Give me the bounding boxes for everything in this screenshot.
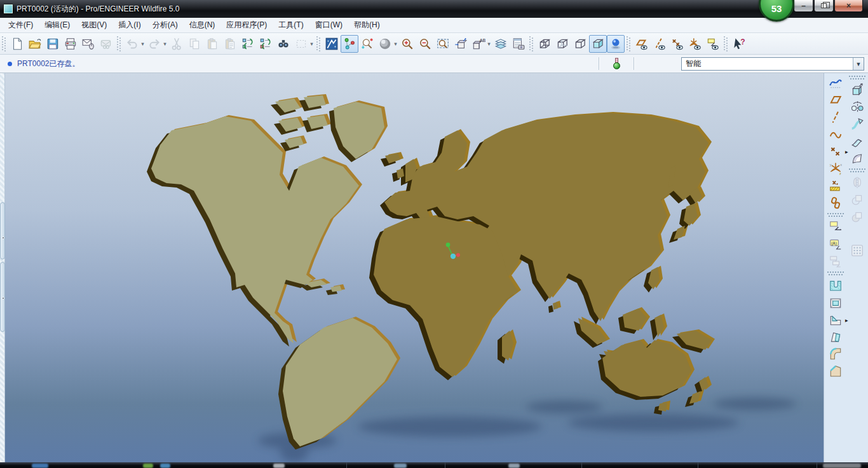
windows-taskbar[interactable]: [0, 462, 868, 468]
regen-status-icon[interactable]: [613, 58, 621, 69]
chevron-down-icon[interactable]: ▼: [853, 58, 864, 70]
datum-curve-tool-button[interactable]: [827, 126, 844, 142]
restore-button[interactable]: [814, 0, 834, 12]
trim-tool-button[interactable]: [849, 191, 866, 208]
zoom-in-button[interactable]: [398, 35, 416, 53]
send-email-button[interactable]: [79, 35, 97, 53]
menu-h[interactable]: 帮助(H): [348, 18, 386, 32]
zoom-out-button[interactable]: [416, 35, 434, 53]
csys-tool-button[interactable]: yzx: [827, 160, 844, 177]
mirror-tool-button[interactable]: [849, 174, 866, 191]
toolbar-grip[interactable]: [529, 36, 534, 52]
open-folder-button[interactable]: [26, 35, 44, 53]
redraw-button[interactable]: [323, 35, 341, 53]
menu-p[interactable]: 应用程序(P): [220, 18, 273, 32]
title-bar[interactable]: PRT0002 (活动的) - Pro/ENGINEER Wildfire 5.…: [0, 0, 868, 18]
menu-v[interactable]: 视图(V): [76, 18, 112, 32]
annotation-declutter-tool-button[interactable]: [827, 253, 844, 270]
print-button[interactable]: [62, 35, 79, 53]
navigator-sash[interactable]: [0, 73, 5, 462]
find-button[interactable]: [275, 35, 292, 53]
copy-geometry-tool-button[interactable]: [827, 195, 844, 211]
draft-tool-button[interactable]: [827, 329, 844, 345]
cut-button[interactable]: [168, 35, 186, 53]
csys-display-button[interactable]: [686, 35, 704, 53]
shell-tool-button[interactable]: [827, 294, 844, 311]
menu-f[interactable]: 文件(F): [3, 18, 39, 32]
saved-views-button[interactable]: AB: [470, 35, 487, 53]
sketched-datum-tool-button[interactable]: [827, 177, 844, 194]
layers-button[interactable]: [492, 35, 510, 53]
context-help-button[interactable]: ?: [730, 35, 748, 53]
save-button[interactable]: [44, 35, 62, 53]
undo-button[interactable]: [123, 35, 141, 53]
new-file-button[interactable]: [8, 35, 26, 53]
no-hidden-button[interactable]: [571, 35, 589, 53]
sash-handle[interactable]: [0, 262, 5, 332]
menu-n[interactable]: 信息(N): [184, 18, 221, 32]
menu-a[interactable]: 分析(A): [147, 18, 184, 32]
extrude-tool-button[interactable]: [849, 81, 866, 98]
datum-points-display-button[interactable]: [668, 35, 686, 53]
minimize-button[interactable]: –: [794, 0, 813, 12]
redo-icon: [147, 37, 161, 51]
view-manager-button[interactable]: [510, 35, 527, 53]
copy-button[interactable]: [186, 35, 203, 53]
sweep-tool-button[interactable]: [849, 116, 866, 132]
chamfer-tool-button[interactable]: [827, 363, 844, 380]
menu-t[interactable]: 工具(T): [273, 18, 309, 32]
menu-e[interactable]: 编辑(E): [39, 18, 76, 32]
redo-button[interactable]: [146, 35, 163, 53]
hidden-line-button[interactable]: [553, 35, 571, 53]
rib-tool-button[interactable]: ▶: [827, 312, 844, 328]
selection-filter-combobox[interactable]: 智能 ▼: [681, 57, 864, 71]
shade-sphere-button[interactable]: [376, 35, 394, 53]
toolbar-grip[interactable]: [724, 36, 728, 52]
world-map-model[interactable]: [5, 73, 824, 462]
annotation-tool-button[interactable]: [827, 219, 844, 235]
merge-tool-button[interactable]: [849, 209, 866, 225]
orient-mode-button[interactable]: [358, 35, 376, 53]
spin-center-button[interactable]: [341, 35, 358, 53]
revolve-tool-button[interactable]: [849, 99, 866, 115]
shaded-button[interactable]: [589, 35, 607, 53]
menu-w[interactable]: 窗口(W): [309, 18, 348, 32]
toolbar-grip[interactable]: [627, 36, 631, 52]
pattern-tool-button[interactable]: [849, 242, 866, 259]
sketch-tool-button[interactable]: [827, 74, 844, 91]
enhanced-realism-button[interactable]: [607, 35, 625, 53]
toolbar-grip[interactable]: [117, 36, 121, 52]
toolbar-grip[interactable]: [316, 36, 321, 52]
orient-mode-icon: [360, 37, 374, 51]
rib-tool-flyout-arrow[interactable]: ▶: [845, 318, 848, 322]
hole-tool-button[interactable]: [827, 277, 844, 294]
refit-button[interactable]: [434, 35, 452, 53]
menu-i[interactable]: 插入(I): [112, 18, 146, 32]
datum-point-tool-button[interactable]: ▶: [827, 143, 844, 160]
wireframe-button[interactable]: [536, 35, 553, 53]
annotation-text-tool-button[interactable]: (A): [827, 236, 844, 252]
copy-geometry-tool-icon: [829, 196, 843, 210]
toolbar-group: ?: [722, 33, 748, 54]
custom-regenerate-button[interactable]: [257, 35, 275, 53]
graphics-area[interactable]: [5, 73, 824, 462]
datum-plane-tool-button[interactable]: [827, 92, 844, 108]
paste-special-button[interactable]: [221, 35, 239, 53]
sash-handle[interactable]: [0, 202, 5, 259]
round-tool-button[interactable]: [827, 346, 844, 362]
annotations-display-button[interactable]: [704, 35, 722, 53]
boundary-blend-tool-button[interactable]: [849, 150, 866, 167]
mail-link-button[interactable]: [97, 35, 115, 53]
toolbar-group: [625, 33, 722, 54]
close-button[interactable]: ×: [834, 0, 863, 12]
datum-axes-display-button[interactable]: [651, 35, 668, 53]
regenerate-button[interactable]: [239, 35, 257, 53]
datum-planes-display-button[interactable]: [633, 35, 651, 53]
select-box-button[interactable]: [292, 35, 310, 53]
toolbar-grip[interactable]: [2, 36, 6, 52]
print-icon: [64, 37, 78, 51]
reorient-button[interactable]: [452, 35, 470, 53]
paste-button[interactable]: [203, 35, 221, 53]
swept-blend-tool-button[interactable]: [849, 133, 866, 149]
datum-axis-tool-button[interactable]: [827, 109, 844, 125]
